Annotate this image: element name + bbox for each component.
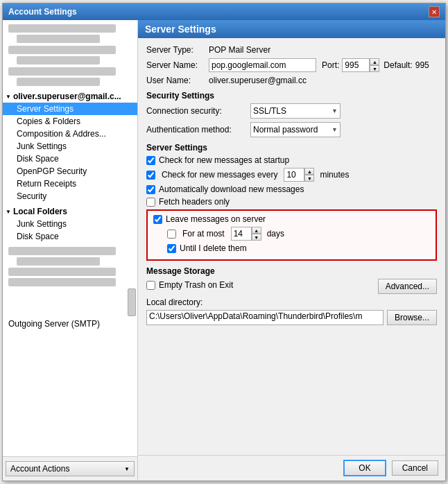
sidebar-item-openpgp[interactable]: OpenPGP Security [3,165,137,178]
server-type-row: Server Type: POP Mail Server [146,45,437,55]
port-spinner: ▲ ▼ [342,58,379,72]
highlighted-section: Leave messages on server For at most ▲ ▼ [146,209,437,261]
until-delete-row: Until I delete them [167,243,430,253]
for-at-most-up-button[interactable]: ▲ [252,227,261,234]
auto-download-checkbox[interactable] [146,185,155,194]
expand-triangle-local: ▼ [6,209,11,215]
auto-download-label: Automatically download new messages [159,184,304,194]
empty-trash-checkbox[interactable] [146,281,155,290]
check-startup-label: Check for new messages at startup [159,155,289,165]
sidebar-item-security[interactable]: Security [3,190,137,202]
cancel-button[interactable]: Cancel [392,460,438,476]
ok-button[interactable]: OK [343,460,386,476]
auth-method-dropdown[interactable]: Normal password ▼ [250,122,341,137]
sidebar-item-local-disk-space[interactable]: Disk Space [3,230,137,243]
for-at-most-input[interactable] [231,227,252,241]
for-at-most-spinner-buttons: ▲ ▼ [252,227,261,241]
fetch-headers-label: Fetch headers only [159,197,230,207]
check-every-spinner: ▲ ▼ [284,168,314,182]
default-value: 995 [415,60,429,70]
sidebar-account-local-folders[interactable]: ▼ Local Folders [3,205,137,218]
for-at-most-checkbox[interactable] [167,230,176,239]
server-type-value: POP Mail Server [209,45,270,55]
sidebar-item-junk[interactable]: Junk Settings [3,140,137,153]
empty-trash-label: Empty Trash on Exit [159,280,233,290]
blurred-account-1 [8,24,116,33]
local-dir-label: Local directory: [146,297,203,307]
local-folders-label: Local Folders [13,207,67,216]
port-down-button[interactable]: ▼ [370,65,379,72]
default-label: Default: [384,60,412,70]
sidebar: ▼ oliver.superuser@gmail.c... Server Set… [3,20,138,481]
username-row: User Name: oliver.superuser@gmail.cc [146,76,437,85]
fetch-headers-checkbox[interactable] [146,198,155,207]
server-name-label: Server Name: [146,60,209,70]
blurred-extra-1 [8,247,116,255]
scroll-area [3,288,137,316]
server-type-label: Server Type: [146,45,209,55]
blurred-account-6 [17,78,100,86]
scrollbar-thumb[interactable] [128,288,136,316]
connection-security-dropdown[interactable]: SSL/TLS ▼ [250,103,341,119]
local-dir-row: C:\Users\Oliver\AppData\Roaming\Thunderb… [146,310,437,325]
sidebar-footer: Account Actions ▼ [3,456,137,481]
title-bar: Account Settings ✕ [3,3,445,20]
sidebar-item-server-settings[interactable]: Server Settings [3,103,137,115]
advanced-button[interactable]: Advanced... [378,279,437,294]
server-settings-section-title: Server Settings [146,143,437,153]
port-up-button[interactable]: ▲ [370,58,379,65]
for-at-most-spinner: ▲ ▼ [231,227,261,241]
sidebar-item-composition[interactable]: Composition & Addres... [3,128,137,140]
check-every-input[interactable] [284,168,304,182]
browse-button[interactable]: Browse... [387,310,437,325]
check-every-up-button[interactable]: ▲ [304,168,314,175]
main-content: Server Settings Server Type: POP Mail Se… [138,20,445,481]
sidebar-item-disk-space[interactable]: Disk Space [3,153,137,165]
blurred-extra-2 [17,257,100,266]
connection-security-arrow-icon: ▼ [331,107,338,114]
check-startup-checkbox[interactable] [146,156,155,165]
connection-security-row: Connection security: SSL/TLS ▼ [146,103,437,119]
window-title: Account Settings [8,7,77,17]
sidebar-item-local-junk[interactable]: Junk Settings [3,218,137,230]
blurred-extra-3 [8,268,116,276]
content-area: Server Type: POP Mail Server Server Name… [138,38,445,455]
sidebar-item-copies-folders[interactable]: Copies & Folders [3,115,137,128]
for-at-most-down-button[interactable]: ▼ [252,234,261,241]
for-at-most-unit: days [267,229,284,239]
for-at-most-row: For at most ▲ ▼ days [167,227,430,241]
sidebar-outgoing-server[interactable]: Outgoing Server (SMTP) [3,316,137,331]
blurred-account-3 [8,46,116,54]
empty-trash-checkbox-row: Empty Trash on Exit [146,280,233,290]
connection-security-value: SSL/TLS [253,106,286,116]
auth-method-label: Authentication method: [146,125,250,135]
check-every-checkbox[interactable] [146,171,155,180]
leave-messages-checkbox[interactable] [153,215,162,224]
blurred-account-4 [17,56,100,64]
local-dir-section: Local directory: C:\Users\Oliver\AppData… [146,297,437,325]
leave-messages-label: Leave messages on server [166,214,266,224]
username-value: oliver.superuser@gmail.cc [209,76,307,85]
empty-trash-row: Empty Trash on Exit Advanced... [146,279,437,294]
check-every-unit: minutes [320,170,349,180]
sidebar-item-return-receipts[interactable]: Return Receipts [3,178,137,190]
sidebar-account-gmail[interactable]: ▼ oliver.superuser@gmail.c... [3,90,137,103]
username-label: User Name: [146,76,209,85]
window-footer: OK Cancel [138,455,445,481]
port-input[interactable] [342,58,370,72]
section-header: Server Settings [138,20,445,38]
sidebar-scroll: ▼ oliver.superuser@gmail.c... Server Set… [3,20,137,456]
check-every-row: Check for new messages every ▲ ▼ minutes [146,168,437,182]
check-startup-row: Check for new messages at startup [146,155,437,165]
until-delete-checkbox[interactable] [167,244,176,253]
expand-triangle: ▼ [6,94,11,100]
leave-messages-row: Leave messages on server [153,214,430,224]
server-name-row: Server Name: Port: ▲ ▼ Default: 995 [146,58,437,72]
account-actions-button[interactable]: Account Actions ▼ [6,461,135,476]
check-every-down-button[interactable]: ▼ [304,175,314,182]
local-dir-display: C:\Users\Oliver\AppData\Roaming\Thunderb… [146,310,384,325]
close-button[interactable]: ✕ [429,6,440,17]
server-name-input[interactable] [209,58,316,72]
account-name: oliver.superuser@gmail.c... [13,92,121,101]
auto-download-row: Automatically download new messages [146,184,437,194]
